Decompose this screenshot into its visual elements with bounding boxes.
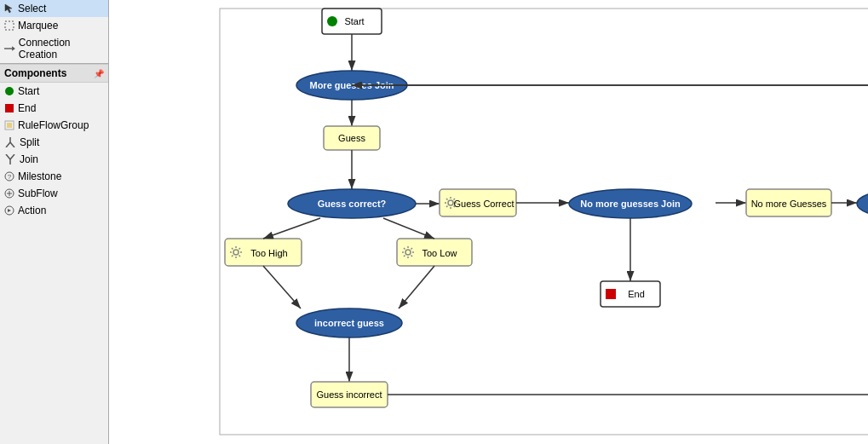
sidebar-label-join: Join xyxy=(20,153,38,165)
svg-point-24 xyxy=(327,16,337,26)
sidebar-tools: Select Marquee Connection Creation xyxy=(0,0,108,64)
svg-text:Guess  correct?: Guess correct? xyxy=(318,199,387,209)
sidebar-item-subflow[interactable]: SubFlow xyxy=(0,185,108,202)
svg-text:Guess incorrect: Guess incorrect xyxy=(316,389,382,400)
join-icon xyxy=(4,154,16,164)
connection-icon xyxy=(4,44,15,53)
sidebar-label-subflow: SubFlow xyxy=(18,187,58,199)
action-icon xyxy=(4,205,14,216)
pin-icon[interactable]: 📌 xyxy=(94,69,104,78)
svg-text:Too High: Too High xyxy=(250,248,287,258)
ruleflowgroup-icon xyxy=(4,120,14,130)
sidebar-components-header: Components 📌 xyxy=(0,64,108,83)
svg-marker-0 xyxy=(5,4,12,13)
svg-rect-7 xyxy=(7,123,12,128)
node-incorrect-guess[interactable]: incorrect guess xyxy=(296,308,402,337)
node-too-high[interactable]: Too High xyxy=(225,239,302,266)
marquee-icon xyxy=(4,20,14,31)
split-icon xyxy=(4,137,16,147)
sidebar-item-ruleflowgroup[interactable]: RuleFlowGroup xyxy=(0,117,108,134)
svg-text:End: End xyxy=(628,289,645,299)
node-guess-correct-action[interactable]: Guess Correct xyxy=(440,189,516,216)
svg-rect-1 xyxy=(5,21,14,30)
sidebar-item-join[interactable]: Join xyxy=(0,151,108,168)
node-no-more-guesses-join[interactable]: No more guesses Join xyxy=(569,189,692,218)
svg-text:?: ? xyxy=(8,173,12,181)
subflow-icon xyxy=(4,188,14,199)
sidebar-label-start: Start xyxy=(18,85,39,97)
svg-line-9 xyxy=(6,142,10,147)
svg-text:incorrect guess: incorrect guess xyxy=(314,318,384,328)
flow-diagram: Start More guesses Join Guess Guess corr… xyxy=(109,0,868,444)
sidebar-label-connection: Connection Creation xyxy=(19,37,104,61)
sidebar-label-action: Action xyxy=(18,205,46,216)
sidebar-label-select: Select xyxy=(18,3,46,14)
svg-text:Too Low: Too Low xyxy=(423,248,457,258)
svg-text:No more Guesses: No more Guesses xyxy=(751,199,827,209)
sidebar-item-start[interactable]: Start xyxy=(0,83,108,100)
sidebar-item-action[interactable]: Action xyxy=(0,202,108,219)
sidebar-item-milestone[interactable]: ? Milestone xyxy=(0,168,108,185)
sidebar: Select Marquee Connection Creation Compo… xyxy=(0,0,109,444)
node-no-more-guesses[interactable]: No more Guesses xyxy=(746,189,831,216)
flow-canvas[interactable]: Start More guesses Join Guess Guess corr… xyxy=(109,0,868,444)
node-guess[interactable]: Guess xyxy=(324,126,380,150)
node-too-low[interactable]: Too Low xyxy=(397,239,472,266)
end-icon xyxy=(4,103,14,113)
node-end[interactable]: End xyxy=(601,281,660,307)
node-guess-correct-split[interactable]: Guess correct? xyxy=(288,189,416,218)
sidebar-item-connection[interactable]: Connection Creation xyxy=(0,34,108,63)
svg-line-10 xyxy=(10,142,14,147)
start-icon xyxy=(4,86,14,96)
sidebar-label-ruleflowgroup: RuleFlowGroup xyxy=(18,119,89,131)
svg-rect-5 xyxy=(5,104,14,112)
svg-marker-3 xyxy=(12,46,15,50)
sidebar-item-select[interactable]: Select xyxy=(0,0,108,17)
sidebar-label-milestone: Milestone xyxy=(18,170,61,182)
svg-point-42 xyxy=(857,189,868,218)
cursor-icon xyxy=(4,3,14,14)
svg-point-4 xyxy=(5,87,14,95)
svg-line-12 xyxy=(10,154,14,159)
svg-text:No more guesses Join: No more guesses Join xyxy=(580,199,681,209)
svg-line-11 xyxy=(6,154,10,159)
svg-rect-22 xyxy=(220,9,868,435)
sidebar-item-marquee[interactable]: Marquee xyxy=(0,17,108,34)
sidebar-item-end[interactable]: End xyxy=(0,100,108,117)
sidebar-label-split: Split xyxy=(20,136,39,148)
node-more-guesses-split[interactable]: More Guesses? xyxy=(857,189,868,218)
sidebar-label-end: End xyxy=(18,102,36,114)
svg-text:Guess Correct: Guess Correct xyxy=(454,199,514,209)
node-guess-incorrect[interactable]: Guess incorrect xyxy=(311,382,388,407)
svg-text:Guess: Guess xyxy=(338,133,365,143)
components-label: Components xyxy=(4,67,66,79)
sidebar-label-marquee: Marquee xyxy=(18,20,58,32)
svg-rect-38 xyxy=(606,289,616,299)
svg-text:Start: Start xyxy=(344,16,364,26)
node-start[interactable]: Start xyxy=(322,9,382,34)
milestone-icon: ? xyxy=(4,171,14,182)
sidebar-item-split[interactable]: Split xyxy=(0,134,108,151)
